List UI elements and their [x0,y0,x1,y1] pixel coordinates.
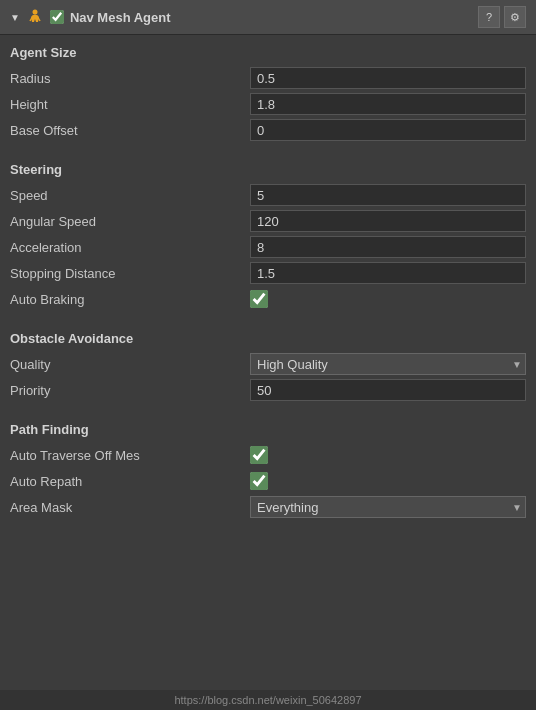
acceleration-row: Acceleration [10,235,526,259]
nav-mesh-agent-panel: ▼ Nav Mesh Agent ? ⚙ Agent Size Radius H… [0,0,536,710]
auto-repath-row: Auto Repath [10,469,526,493]
quality-label: Quality [10,357,250,372]
acceleration-input[interactable] [250,236,526,258]
agent-icon [26,8,44,26]
base-offset-label: Base Offset [10,123,250,138]
height-label: Height [10,97,250,112]
expand-arrow-icon[interactable]: ▼ [10,12,20,23]
speed-row: Speed [10,183,526,207]
panel-title: Nav Mesh Agent [70,10,472,25]
panel-header: ▼ Nav Mesh Agent ? ⚙ [0,0,536,35]
priority-input[interactable] [250,379,526,401]
auto-braking-label: Auto Braking [10,292,250,307]
radius-input[interactable] [250,67,526,89]
base-offset-input[interactable] [250,119,526,141]
stopping-distance-row: Stopping Distance [10,261,526,285]
auto-traverse-checkbox-wrapper [250,446,268,464]
auto-traverse-row: Auto Traverse Off Mes [10,443,526,467]
watermark-text: https://blog.csdn.net/weixin_50642897 [174,694,361,706]
angular-speed-label: Angular Speed [10,214,250,229]
acceleration-label: Acceleration [10,240,250,255]
agent-size-section-title: Agent Size [10,45,526,60]
angular-speed-row: Angular Speed [10,209,526,233]
angular-speed-input[interactable] [250,210,526,232]
speed-label: Speed [10,188,250,203]
radius-row: Radius [10,66,526,90]
auto-braking-checkbox-wrapper [250,290,268,308]
auto-traverse-label: Auto Traverse Off Mes [10,448,250,463]
area-mask-row: Area Mask Everything Nothing Walkable ▼ [10,495,526,519]
height-input[interactable] [250,93,526,115]
panel-content: Agent Size Radius Height Base Offset Ste… [0,35,536,690]
speed-input[interactable] [250,184,526,206]
quality-dropdown[interactable]: None Low Quality Medium Quality Good Qua… [250,353,526,375]
steering-section-title: Steering [10,162,526,177]
auto-traverse-checkbox[interactable] [250,446,268,464]
priority-label: Priority [10,383,250,398]
height-row: Height [10,92,526,116]
stopping-distance-label: Stopping Distance [10,266,250,281]
auto-braking-checkbox[interactable] [250,290,268,308]
component-enable-checkbox[interactable] [50,10,64,24]
quality-dropdown-wrapper: None Low Quality Medium Quality Good Qua… [250,353,526,375]
radius-label: Radius [10,71,250,86]
priority-row: Priority [10,378,526,402]
area-mask-dropdown[interactable]: Everything Nothing Walkable [250,496,526,518]
auto-repath-checkbox-wrapper [250,472,268,490]
area-mask-label: Area Mask [10,500,250,515]
auto-braking-row: Auto Braking [10,287,526,311]
quality-row: Quality None Low Quality Medium Quality … [10,352,526,376]
base-offset-row: Base Offset [10,118,526,142]
auto-repath-label: Auto Repath [10,474,250,489]
obstacle-avoidance-section-title: Obstacle Avoidance [10,331,526,346]
help-button[interactable]: ? [478,6,500,28]
header-buttons: ? ⚙ [478,6,526,28]
settings-button[interactable]: ⚙ [504,6,526,28]
area-mask-dropdown-wrapper: Everything Nothing Walkable ▼ [250,496,526,518]
svg-point-0 [32,10,37,15]
watermark: https://blog.csdn.net/weixin_50642897 [0,690,536,710]
path-finding-section-title: Path Finding [10,422,526,437]
stopping-distance-input[interactable] [250,262,526,284]
auto-repath-checkbox[interactable] [250,472,268,490]
